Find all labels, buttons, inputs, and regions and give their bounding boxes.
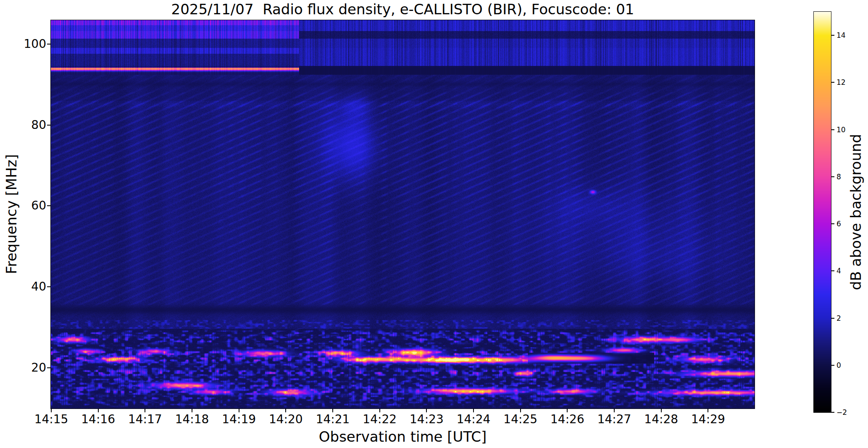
colorbar-tick-mark	[831, 129, 834, 130]
colorbar-tick-mark	[831, 35, 834, 36]
y-axis-label: Frequency [MHz]	[3, 154, 20, 274]
x-tick-mark	[332, 409, 333, 412]
x-tick-mark	[661, 409, 662, 412]
colorbar-tick-mark	[831, 270, 834, 271]
y-tick-mark	[47, 125, 50, 126]
colorbar-tick-label: 6	[836, 219, 841, 228]
colorbar-tick-label: 2	[836, 314, 841, 323]
colorbar-tick-mark	[831, 412, 834, 413]
colorbar-tick-label: 0	[836, 361, 841, 370]
y-tick-label: 80	[8, 117, 46, 133]
colorbar-tick-label: 8	[836, 172, 841, 181]
colorbar-tick-label: 14	[836, 31, 846, 40]
colorbar-tick-mark	[831, 318, 834, 319]
colorbar-gradient	[814, 12, 831, 412]
x-tick-mark	[520, 409, 521, 412]
spectrogram-heatmap	[51, 20, 755, 409]
chart-title: 2025/11/07 Radio flux density, e-CALLIST…	[51, 1, 755, 18]
y-tick-label: 100	[8, 36, 46, 52]
y-tick-label: 40	[8, 279, 46, 295]
x-tick-mark	[98, 409, 99, 412]
y-tick-mark	[47, 367, 50, 368]
y-tick-mark	[47, 286, 50, 287]
y-tick-mark	[47, 44, 50, 45]
x-tick-mark	[473, 409, 474, 412]
x-tick-mark	[51, 409, 52, 412]
x-tick-mark	[285, 409, 286, 412]
x-tick-label: 14:29	[679, 412, 737, 426]
y-tick-label: 20	[8, 360, 46, 376]
colorbar-tick-mark	[831, 176, 834, 177]
colorbar-tick-label: 4	[836, 266, 841, 275]
x-tick-mark	[426, 409, 427, 412]
x-tick-mark	[239, 409, 239, 412]
colorbar-label: dB above background	[847, 134, 864, 290]
x-tick-mark	[567, 409, 568, 412]
x-tick-mark	[614, 409, 615, 412]
x-tick-mark	[192, 409, 192, 412]
colorbar-frame	[813, 11, 831, 413]
plot-area-frame	[50, 20, 755, 409]
figure-page: { "title": "2025/11/07 Radio flux densit…	[0, 0, 868, 448]
colorbar-tick-label: 12	[836, 78, 846, 87]
colorbar-tick-mark	[831, 365, 834, 366]
colorbar-tick-mark	[831, 82, 834, 83]
y-tick-mark	[47, 205, 50, 206]
x-axis-label: Observation time [UTC]	[51, 428, 755, 445]
colorbar-tick-label: −2	[836, 408, 847, 417]
x-tick-mark	[145, 409, 145, 412]
colorbar-tick-mark	[831, 223, 834, 224]
x-tick-mark	[379, 409, 380, 412]
colorbar-tick-label: 10	[836, 125, 846, 134]
x-tick-mark	[708, 409, 708, 412]
